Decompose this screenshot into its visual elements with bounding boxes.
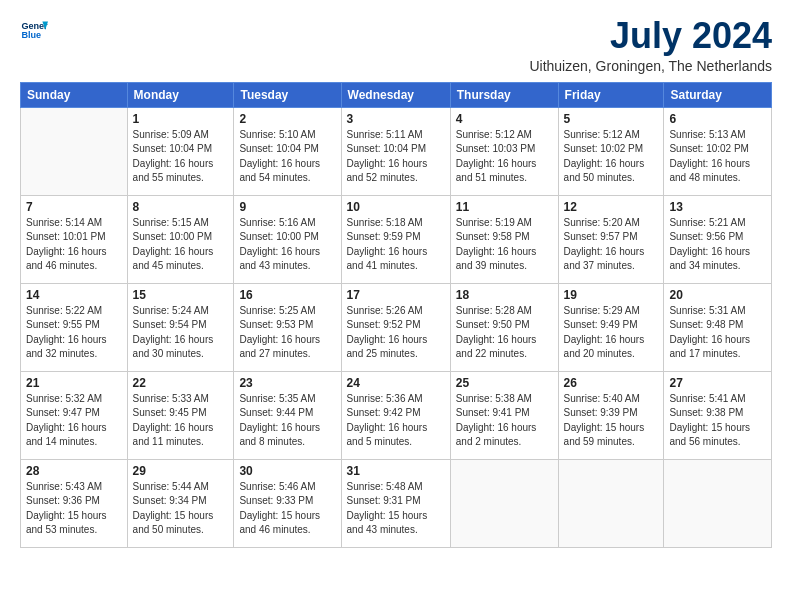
day-info: Sunrise: 5:26 AM Sunset: 9:52 PM Dayligh… bbox=[347, 304, 445, 362]
day-info: Sunrise: 5:09 AM Sunset: 10:04 PM Daylig… bbox=[133, 128, 229, 186]
day-number: 23 bbox=[239, 376, 335, 390]
day-cell: 9Sunrise: 5:16 AM Sunset: 10:00 PM Dayli… bbox=[234, 195, 341, 283]
day-info: Sunrise: 5:15 AM Sunset: 10:00 PM Daylig… bbox=[133, 216, 229, 274]
day-info: Sunrise: 5:13 AM Sunset: 10:02 PM Daylig… bbox=[669, 128, 766, 186]
day-info: Sunrise: 5:46 AM Sunset: 9:33 PM Dayligh… bbox=[239, 480, 335, 538]
day-number: 15 bbox=[133, 288, 229, 302]
week-row-2: 7Sunrise: 5:14 AM Sunset: 10:01 PM Dayli… bbox=[21, 195, 772, 283]
day-cell: 12Sunrise: 5:20 AM Sunset: 9:57 PM Dayli… bbox=[558, 195, 664, 283]
day-number: 4 bbox=[456, 112, 553, 126]
day-cell: 3Sunrise: 5:11 AM Sunset: 10:04 PM Dayli… bbox=[341, 107, 450, 195]
day-info: Sunrise: 5:12 AM Sunset: 10:02 PM Daylig… bbox=[564, 128, 659, 186]
week-row-5: 28Sunrise: 5:43 AM Sunset: 9:36 PM Dayli… bbox=[21, 459, 772, 547]
day-info: Sunrise: 5:36 AM Sunset: 9:42 PM Dayligh… bbox=[347, 392, 445, 450]
day-cell: 29Sunrise: 5:44 AM Sunset: 9:34 PM Dayli… bbox=[127, 459, 234, 547]
day-number: 28 bbox=[26, 464, 122, 478]
day-cell: 10Sunrise: 5:18 AM Sunset: 9:59 PM Dayli… bbox=[341, 195, 450, 283]
day-info: Sunrise: 5:21 AM Sunset: 9:56 PM Dayligh… bbox=[669, 216, 766, 274]
day-cell: 14Sunrise: 5:22 AM Sunset: 9:55 PM Dayli… bbox=[21, 283, 128, 371]
week-row-4: 21Sunrise: 5:32 AM Sunset: 9:47 PM Dayli… bbox=[21, 371, 772, 459]
calendar-table: Sunday Monday Tuesday Wednesday Thursday… bbox=[20, 82, 772, 548]
day-number: 2 bbox=[239, 112, 335, 126]
day-number: 27 bbox=[669, 376, 766, 390]
day-info: Sunrise: 5:20 AM Sunset: 9:57 PM Dayligh… bbox=[564, 216, 659, 274]
day-number: 20 bbox=[669, 288, 766, 302]
day-number: 17 bbox=[347, 288, 445, 302]
day-cell: 31Sunrise: 5:48 AM Sunset: 9:31 PM Dayli… bbox=[341, 459, 450, 547]
day-number: 14 bbox=[26, 288, 122, 302]
logo: General Blue bbox=[20, 16, 48, 44]
day-number: 22 bbox=[133, 376, 229, 390]
col-monday: Monday bbox=[127, 82, 234, 107]
day-cell: 27Sunrise: 5:41 AM Sunset: 9:38 PM Dayli… bbox=[664, 371, 772, 459]
month-title: July 2024 bbox=[529, 16, 772, 56]
day-info: Sunrise: 5:25 AM Sunset: 9:53 PM Dayligh… bbox=[239, 304, 335, 362]
day-info: Sunrise: 5:12 AM Sunset: 10:03 PM Daylig… bbox=[456, 128, 553, 186]
week-row-3: 14Sunrise: 5:22 AM Sunset: 9:55 PM Dayli… bbox=[21, 283, 772, 371]
day-number: 1 bbox=[133, 112, 229, 126]
day-number: 3 bbox=[347, 112, 445, 126]
day-number: 24 bbox=[347, 376, 445, 390]
header-row: Sunday Monday Tuesday Wednesday Thursday… bbox=[21, 82, 772, 107]
title-area: July 2024 Uithuizen, Groningen, The Neth… bbox=[529, 16, 772, 74]
day-number: 8 bbox=[133, 200, 229, 214]
day-number: 9 bbox=[239, 200, 335, 214]
day-info: Sunrise: 5:24 AM Sunset: 9:54 PM Dayligh… bbox=[133, 304, 229, 362]
day-cell: 21Sunrise: 5:32 AM Sunset: 9:47 PM Dayli… bbox=[21, 371, 128, 459]
day-cell: 15Sunrise: 5:24 AM Sunset: 9:54 PM Dayli… bbox=[127, 283, 234, 371]
day-number: 5 bbox=[564, 112, 659, 126]
day-cell: 28Sunrise: 5:43 AM Sunset: 9:36 PM Dayli… bbox=[21, 459, 128, 547]
day-number: 29 bbox=[133, 464, 229, 478]
day-number: 19 bbox=[564, 288, 659, 302]
day-cell: 22Sunrise: 5:33 AM Sunset: 9:45 PM Dayli… bbox=[127, 371, 234, 459]
day-cell: 25Sunrise: 5:38 AM Sunset: 9:41 PM Dayli… bbox=[450, 371, 558, 459]
day-cell bbox=[450, 459, 558, 547]
subtitle: Uithuizen, Groningen, The Netherlands bbox=[529, 58, 772, 74]
col-saturday: Saturday bbox=[664, 82, 772, 107]
calendar-page: General Blue July 2024 Uithuizen, Gronin… bbox=[0, 0, 792, 612]
day-info: Sunrise: 5:11 AM Sunset: 10:04 PM Daylig… bbox=[347, 128, 445, 186]
logo-icon: General Blue bbox=[20, 16, 48, 44]
day-info: Sunrise: 5:31 AM Sunset: 9:48 PM Dayligh… bbox=[669, 304, 766, 362]
day-number: 30 bbox=[239, 464, 335, 478]
day-info: Sunrise: 5:16 AM Sunset: 10:00 PM Daylig… bbox=[239, 216, 335, 274]
day-cell: 1Sunrise: 5:09 AM Sunset: 10:04 PM Dayli… bbox=[127, 107, 234, 195]
day-cell: 30Sunrise: 5:46 AM Sunset: 9:33 PM Dayli… bbox=[234, 459, 341, 547]
day-cell: 2Sunrise: 5:10 AM Sunset: 10:04 PM Dayli… bbox=[234, 107, 341, 195]
day-info: Sunrise: 5:38 AM Sunset: 9:41 PM Dayligh… bbox=[456, 392, 553, 450]
day-number: 21 bbox=[26, 376, 122, 390]
svg-text:Blue: Blue bbox=[21, 30, 41, 40]
day-cell: 4Sunrise: 5:12 AM Sunset: 10:03 PM Dayli… bbox=[450, 107, 558, 195]
day-info: Sunrise: 5:19 AM Sunset: 9:58 PM Dayligh… bbox=[456, 216, 553, 274]
day-info: Sunrise: 5:29 AM Sunset: 9:49 PM Dayligh… bbox=[564, 304, 659, 362]
header: General Blue July 2024 Uithuizen, Gronin… bbox=[20, 16, 772, 74]
day-info: Sunrise: 5:32 AM Sunset: 9:47 PM Dayligh… bbox=[26, 392, 122, 450]
day-number: 16 bbox=[239, 288, 335, 302]
day-cell: 5Sunrise: 5:12 AM Sunset: 10:02 PM Dayli… bbox=[558, 107, 664, 195]
day-info: Sunrise: 5:44 AM Sunset: 9:34 PM Dayligh… bbox=[133, 480, 229, 538]
day-info: Sunrise: 5:18 AM Sunset: 9:59 PM Dayligh… bbox=[347, 216, 445, 274]
col-wednesday: Wednesday bbox=[341, 82, 450, 107]
day-number: 10 bbox=[347, 200, 445, 214]
col-tuesday: Tuesday bbox=[234, 82, 341, 107]
day-number: 11 bbox=[456, 200, 553, 214]
col-thursday: Thursday bbox=[450, 82, 558, 107]
day-number: 26 bbox=[564, 376, 659, 390]
day-cell: 20Sunrise: 5:31 AM Sunset: 9:48 PM Dayli… bbox=[664, 283, 772, 371]
day-cell: 19Sunrise: 5:29 AM Sunset: 9:49 PM Dayli… bbox=[558, 283, 664, 371]
day-cell bbox=[558, 459, 664, 547]
day-cell: 6Sunrise: 5:13 AM Sunset: 10:02 PM Dayli… bbox=[664, 107, 772, 195]
day-info: Sunrise: 5:22 AM Sunset: 9:55 PM Dayligh… bbox=[26, 304, 122, 362]
day-cell bbox=[664, 459, 772, 547]
day-info: Sunrise: 5:43 AM Sunset: 9:36 PM Dayligh… bbox=[26, 480, 122, 538]
day-cell: 17Sunrise: 5:26 AM Sunset: 9:52 PM Dayli… bbox=[341, 283, 450, 371]
day-cell: 26Sunrise: 5:40 AM Sunset: 9:39 PM Dayli… bbox=[558, 371, 664, 459]
day-cell: 8Sunrise: 5:15 AM Sunset: 10:00 PM Dayli… bbox=[127, 195, 234, 283]
day-cell bbox=[21, 107, 128, 195]
day-cell: 24Sunrise: 5:36 AM Sunset: 9:42 PM Dayli… bbox=[341, 371, 450, 459]
col-friday: Friday bbox=[558, 82, 664, 107]
day-cell: 18Sunrise: 5:28 AM Sunset: 9:50 PM Dayli… bbox=[450, 283, 558, 371]
day-number: 13 bbox=[669, 200, 766, 214]
day-number: 6 bbox=[669, 112, 766, 126]
day-info: Sunrise: 5:28 AM Sunset: 9:50 PM Dayligh… bbox=[456, 304, 553, 362]
